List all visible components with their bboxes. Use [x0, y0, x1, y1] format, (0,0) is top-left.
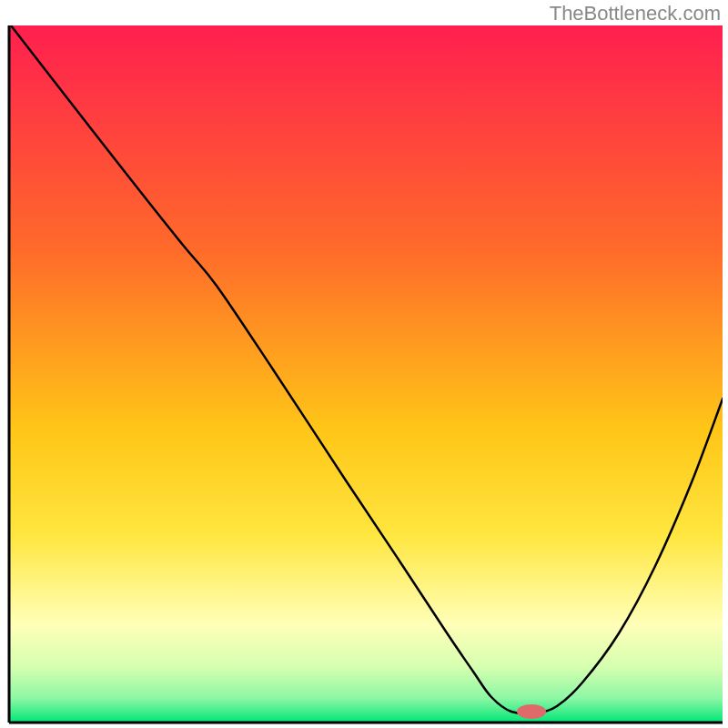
attribution-text: TheBottleneck.com — [550, 2, 721, 25]
optimum-marker — [517, 704, 546, 719]
gradient-background — [9, 25, 723, 723]
chart-svg — [0, 0, 728, 728]
bottleneck-chart: TheBottleneck.com — [0, 0, 728, 728]
